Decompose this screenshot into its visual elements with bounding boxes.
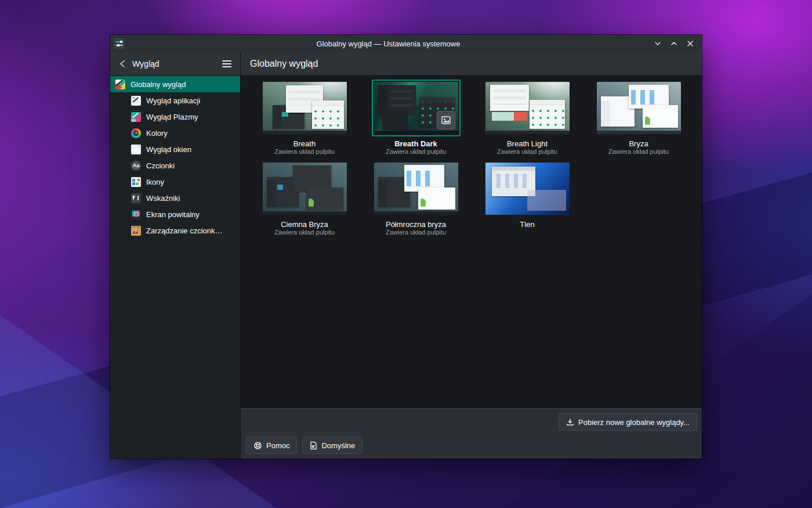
icons-icon	[131, 177, 141, 187]
sidebar-item-czcionki[interactable]: Czcionki	[110, 157, 240, 174]
theme-subtitle: Zawiera układ pulpitu	[386, 148, 446, 156]
theme-thumbnail	[374, 82, 458, 134]
close-icon	[687, 40, 694, 47]
maximize-button[interactable]	[668, 38, 680, 49]
sidebar-item-ikony[interactable]: Ikony	[110, 174, 240, 190]
image-icon	[441, 116, 451, 124]
chevron-up-icon	[670, 40, 677, 47]
theme-thumbnail	[485, 82, 570, 134]
minimize-button[interactable]	[652, 38, 664, 49]
hamburger-menu-button[interactable]	[219, 57, 234, 70]
theme-card-tlen[interactable]: Tlen	[472, 160, 583, 241]
sidebar-category-label: Wygląd	[132, 59, 219, 69]
help-lifebuoy-icon	[253, 441, 262, 450]
theme-thumbnail	[374, 163, 458, 215]
theme-name: Tlen	[520, 220, 534, 229]
sidebar-item-wyglad-aplikacji[interactable]: Wygląd aplikacji	[110, 92, 240, 109]
theme-name: Bryza	[629, 139, 648, 148]
theme-card-bryza[interactable]: Bryza Zawiera układ pulpitu	[583, 80, 694, 160]
content-pane: Globalny wygląd Breath Zawiera układ pul…	[241, 52, 702, 459]
theme-subtitle: Zawiera układ pulpitu	[386, 229, 446, 236]
theme-thumbnail	[597, 82, 681, 134]
chevron-left-icon	[119, 60, 126, 68]
theme-subtitle: Zawiera układ pulpitu	[274, 148, 335, 156]
back-button[interactable]	[116, 57, 129, 70]
theme-card-breath-dark[interactable]: Breath Dark Zawiera układ pulpitu	[360, 80, 472, 160]
sidebar-header: Wygląd	[110, 52, 240, 75]
sidebar: Wygląd Globalny wygląd Wygląd aplikacji …	[110, 52, 241, 459]
sidebar-item-zarzadzanie-czcionkami[interactable]: Zarządzanie czcionk…	[110, 222, 240, 239]
apply-desktop-layout-button[interactable]	[437, 111, 455, 129]
fonts-icon	[131, 161, 141, 171]
application-style-icon	[131, 96, 141, 106]
color-wheel-icon	[131, 128, 141, 138]
get-new-global-themes-button[interactable]: Pobierz nowe globalne wyglądy...	[559, 413, 697, 431]
theme-subtitle: Zawiera układ pulpitu	[608, 148, 669, 156]
help-button[interactable]: Pomoc	[246, 437, 297, 454]
theme-card-breath[interactable]: Breath Zawiera układ pulpitu	[249, 80, 360, 160]
theme-subtitle: Zawiera układ pulpitu	[274, 229, 335, 236]
global-theme-icon	[115, 80, 125, 89]
theme-name: Ciemna Bryza	[281, 220, 328, 229]
sidebar-item-kolory[interactable]: Kolory	[110, 125, 240, 141]
close-button[interactable]	[684, 38, 696, 49]
sidebar-item-ekran-powitalny[interactable]: Ekran powitalny	[110, 206, 240, 222]
sidebar-item-wyglad-okien[interactable]: Wygląd okien	[110, 141, 240, 157]
window-decorations-icon	[131, 145, 141, 154]
theme-subtitle: Zawiera układ pulpitu	[497, 148, 557, 156]
footer: Pobierz nowe globalne wyglądy... Pomoc	[241, 408, 702, 459]
theme-thumbnail	[263, 82, 347, 134]
sidebar-item-globalny-wyglad[interactable]: Globalny wygląd	[110, 76, 240, 92]
sidebar-item-wyglad-plazmy[interactable]: Wygląd Plazmy	[110, 109, 240, 125]
theme-view: Breath Zawiera układ pulpitu	[241, 75, 702, 408]
theme-card-breath-light[interactable]: Breath Light Zawiera układ pulpitu	[472, 80, 583, 160]
defaults-button[interactable]: Domyślne	[302, 437, 362, 454]
content-header: Globalny wygląd	[241, 52, 702, 75]
theme-name: Breath Light	[507, 139, 548, 148]
chevron-down-icon	[654, 40, 661, 47]
theme-card-polmroczna-bryza[interactable]: Półmroczna bryza Zawiera układ pulpitu	[360, 160, 472, 241]
page-title: Globalny wygląd	[250, 59, 318, 69]
cursors-icon	[131, 193, 141, 203]
theme-name: Breath Dark	[394, 139, 437, 148]
font-management-icon	[131, 226, 141, 236]
download-icon	[566, 418, 574, 426]
theme-grid: Breath Zawiera układ pulpitu	[249, 80, 702, 241]
theme-name: Breath	[293, 139, 316, 148]
theme-thumbnail	[485, 163, 570, 215]
window-title: Globalny wygląd — Ustawienia systemowe	[125, 39, 652, 48]
splash-screen-icon	[131, 210, 141, 219]
titlebar[interactable]: Globalny wygląd — Ustawienia systemowe	[110, 35, 702, 52]
sidebar-item-wskazniki[interactable]: Wskaźniki	[110, 190, 240, 206]
theme-card-ciemna-bryza[interactable]: Ciemna Bryza Zawiera układ pulpitu	[249, 160, 360, 241]
sidebar-list: Globalny wygląd Wygląd aplikacji Wygląd …	[110, 75, 240, 459]
reset-document-icon	[310, 441, 317, 450]
plasma-style-icon	[131, 112, 141, 122]
theme-name: Półmroczna bryza	[386, 220, 446, 229]
theme-thumbnail	[263, 163, 347, 215]
system-settings-window: Globalny wygląd — Ustawienia systemowe W…	[110, 35, 702, 459]
system-settings-app-icon	[114, 38, 125, 49]
